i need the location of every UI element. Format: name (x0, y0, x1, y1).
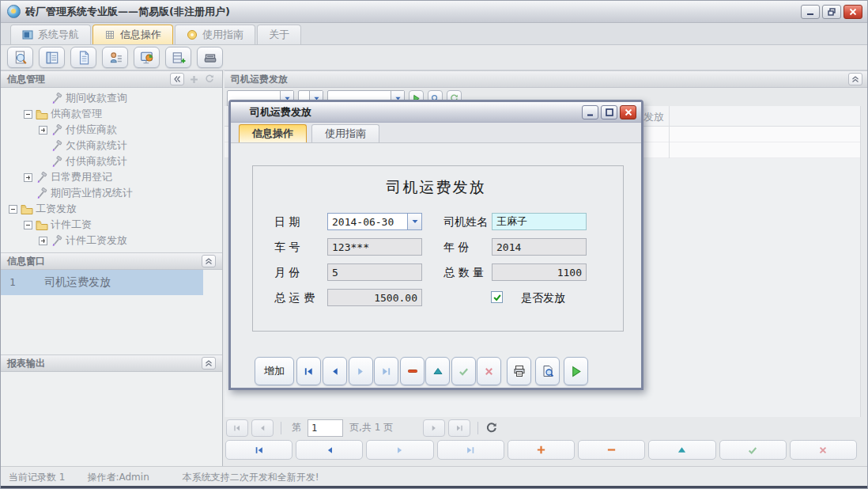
first-record-icon (254, 445, 265, 455)
chevron-down-icon[interactable] (407, 214, 421, 229)
nav-add-button[interactable] (508, 440, 575, 460)
tree-expander[interactable] (24, 173, 32, 182)
tree-item[interactable]: 付供商款统计 (1, 154, 222, 169)
execute-button[interactable] (564, 357, 588, 385)
tree-expander[interactable] (39, 237, 47, 245)
table-view-icon (45, 51, 59, 65)
tree-item[interactable]: 付供应商款 (1, 122, 222, 138)
close-button[interactable] (843, 5, 862, 19)
nav-first-button[interactable] (225, 440, 292, 460)
page-total-label: 页,共 1 页 (349, 421, 393, 434)
open-windows-list: 1 司机运费发放 (1, 270, 222, 354)
tree-expander[interactable] (9, 205, 17, 214)
dialog-tab-information-operation[interactable]: 信息操作 (239, 124, 307, 142)
double-chevron-up-icon (205, 359, 213, 367)
tool-leaf-icon (51, 140, 63, 152)
dialog-close-button[interactable] (620, 105, 636, 119)
printer-tray-button[interactable] (197, 47, 223, 68)
last-record-button[interactable] (374, 357, 398, 385)
add-panel-button[interactable] (187, 73, 200, 85)
tree-item[interactable]: 期间营业情况统计 (1, 185, 222, 201)
print-button[interactable] (507, 357, 531, 385)
dialog-minimize-button[interactable] (582, 105, 598, 119)
add-button[interactable]: 增加 (255, 357, 294, 385)
cancel-button[interactable] (477, 357, 501, 385)
tab-information-operation[interactable]: 信息操作 (92, 25, 173, 44)
dialog-tab-strip: 信息操作 使用指南 (231, 123, 641, 143)
printer-tray-icon (203, 51, 217, 65)
first-record-button[interactable] (296, 357, 321, 385)
nav-prev-button[interactable] (296, 440, 363, 460)
restore-button[interactable] (822, 5, 841, 19)
driver-name-field[interactable] (492, 213, 587, 230)
prev-record-icon (324, 445, 335, 455)
dialog-maximize-button[interactable] (601, 105, 617, 119)
minimize-button[interactable] (801, 5, 820, 19)
prev-record-button[interactable] (323, 357, 347, 385)
folder-icon (36, 219, 48, 231)
year-field (492, 238, 587, 256)
confirm-button[interactable] (451, 357, 476, 385)
form-title: 司机运费发放 (231, 177, 641, 198)
minimize-icon (806, 7, 815, 17)
new-document-button[interactable] (70, 47, 96, 68)
table-view-button[interactable] (39, 47, 65, 68)
tree-item[interactable]: 计件工资 (1, 217, 222, 233)
tree-item[interactable]: 日常费用登记 (1, 169, 222, 185)
issued-checkbox[interactable] (491, 291, 503, 303)
next-record-button[interactable] (349, 357, 373, 385)
nav-edit-button[interactable] (648, 440, 715, 460)
list-item[interactable]: 1 司机运费发放 (1, 270, 203, 295)
tree-expander[interactable] (24, 221, 32, 229)
tree-expander[interactable] (24, 110, 32, 119)
nav-cancel-button[interactable] (790, 440, 857, 460)
dialog-tab-user-guide[interactable]: 使用指南 (311, 124, 379, 142)
pager-next-button[interactable] (423, 419, 445, 437)
edit-record-button[interactable] (425, 357, 450, 385)
tree-expander[interactable] (39, 126, 47, 135)
refresh-tree-button[interactable] (203, 73, 216, 85)
tab-system-navigation[interactable]: 系统导航 (10, 25, 91, 44)
double-chevron-left-icon (173, 75, 181, 83)
tree-item[interactable]: 工资发放 (1, 201, 222, 217)
tree-item[interactable]: 欠供商款统计 (1, 138, 222, 154)
search-document-button[interactable] (7, 47, 33, 68)
first-page-icon (232, 423, 242, 433)
tool-leaf-icon (51, 124, 63, 136)
collapse-content-button[interactable] (848, 73, 862, 85)
monitor-chart-icon (140, 51, 154, 65)
total-freight-field (327, 289, 422, 306)
x-icon (818, 445, 828, 455)
tree-item[interactable]: 期间收款查询 (1, 90, 222, 106)
collapse-sidebar-button[interactable] (170, 73, 184, 85)
last-record-icon (380, 366, 392, 377)
tool-leaf-icon (51, 235, 63, 247)
collapse-panel-button[interactable] (202, 255, 216, 267)
nav-confirm-button[interactable] (719, 440, 787, 460)
pager-last-button[interactable] (448, 419, 470, 437)
pager-first-button[interactable] (226, 419, 248, 437)
grid-column-header: 发放 (643, 110, 664, 124)
print-preview-button[interactable] (535, 357, 560, 385)
tree-item[interactable]: 供商款管理 (1, 106, 222, 122)
pager-refresh-button[interactable] (485, 422, 498, 434)
database-add-button[interactable] (165, 47, 191, 68)
tab-about[interactable]: 关于 (257, 25, 301, 44)
minus-icon (407, 366, 418, 377)
tab-user-guide[interactable]: 使用指南 (175, 25, 255, 44)
nav-delete-button[interactable] (578, 440, 645, 460)
user-info-button[interactable] (102, 47, 128, 68)
pager-prev-button[interactable] (251, 419, 274, 437)
tree-item[interactable]: 计件工资发放 (1, 233, 222, 248)
nav-next-button[interactable] (366, 440, 433, 460)
monitor-chart-button[interactable] (134, 47, 160, 68)
page-number-input[interactable] (308, 419, 343, 437)
date-combo[interactable]: 2014-06-30 (327, 213, 422, 230)
collapse-panel-button[interactable] (202, 357, 216, 370)
close-icon (624, 108, 633, 117)
title-bar: 砖厂管理系统专业版——简易版(非注册用户) (1, 1, 867, 23)
delete-record-button[interactable] (400, 357, 425, 385)
maximize-icon (605, 108, 614, 117)
folder-icon (21, 203, 33, 215)
nav-last-button[interactable] (437, 440, 504, 460)
